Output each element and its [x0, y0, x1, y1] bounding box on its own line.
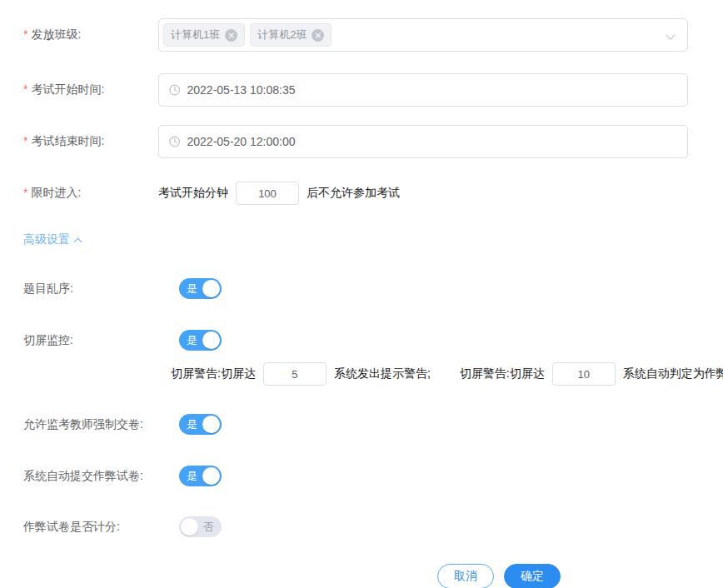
entry-limit-row: *限时进入: 考试开始分钟 后不允许参加考试: [23, 182, 723, 205]
cancel-button[interactable]: 取消: [437, 564, 494, 588]
screen-monitor-switch[interactable]: 是: [179, 330, 222, 351]
class-tag[interactable]: 计算机2班 ×: [250, 23, 332, 47]
entry-limit-label: *限时进入:: [23, 186, 158, 201]
end-time-input[interactable]: [187, 135, 678, 148]
switch-knob: [181, 518, 198, 536]
shuffle-row: 题目乱序: 是: [23, 278, 723, 299]
advanced-settings-label: 高级设置: [23, 232, 70, 247]
circle-x-icon[interactable]: ×: [225, 29, 237, 42]
switch-state-label: 是: [187, 330, 197, 351]
classes-label: *发放班级:: [23, 27, 158, 42]
required-marker: *: [23, 186, 27, 199]
start-time-picker[interactable]: [158, 73, 688, 107]
end-time-row: *考试结束时间:: [23, 125, 723, 158]
start-time-row: *考试开始时间:: [23, 73, 723, 107]
switch-knob: [202, 280, 220, 297]
class-tag-label: 计算机2班: [257, 27, 307, 42]
circle-x-icon[interactable]: ×: [312, 29, 324, 42]
class-tag-label: 计算机1班: [171, 27, 220, 42]
auto-submit-cheat-switch[interactable]: 是: [179, 466, 222, 486]
switch-state-label: 是: [187, 414, 197, 435]
footer-actions: 取消 确定: [437, 564, 723, 588]
warning2-suffix: 系统自动判定为作弊;: [623, 366, 723, 381]
cheat-score-label: 作弊试卷是否计分:: [23, 520, 158, 535]
start-time-input[interactable]: [187, 83, 678, 97]
entry-limit-suffix: 后不允许参加考试: [307, 186, 400, 201]
end-time-label: *考试结束时间:: [23, 134, 158, 149]
warning1-count-input[interactable]: [263, 362, 327, 386]
warning1-suffix: 系统发出提示警告;: [334, 366, 431, 381]
switch-state-label: 否: [203, 516, 214, 537]
entry-limit-minutes-input[interactable]: [236, 182, 299, 205]
auto-submit-cheat-label: 系统自动提交作弊试卷:: [23, 469, 158, 484]
switch-knob: [202, 416, 220, 433]
warning2-prefix: 切屏警告:切屏达: [460, 366, 545, 381]
cheat-score-row: 作弊试卷是否计分: 否: [23, 516, 723, 537]
switch-knob: [202, 467, 220, 485]
confirm-button[interactable]: 确定: [504, 564, 561, 588]
shuffle-switch[interactable]: 是: [179, 278, 222, 299]
warning2-count-input[interactable]: [552, 362, 616, 386]
clock-icon: [169, 84, 181, 96]
auto-submit-cheat-row: 系统自动提交作弊试卷: 是: [23, 466, 723, 486]
screen-monitor-row: 切屏监控: 是: [23, 330, 723, 351]
screen-monitor-label: 切屏监控:: [23, 333, 158, 348]
classes-multiselect[interactable]: 计算机1班 × 计算机2班 ×: [158, 18, 688, 52]
exam-settings-form: *发放班级: 计算机1班 × 计算机2班 × *考试开始时间: *考试结束时间:: [0, 0, 723, 588]
switch-state-label: 是: [187, 466, 197, 486]
force-submit-row: 允许监考教师强制交卷: 是: [23, 414, 723, 435]
required-marker: *: [23, 134, 27, 147]
force-submit-switch[interactable]: 是: [179, 414, 222, 435]
switch-state-label: 是: [187, 278, 197, 299]
advanced-settings-toggle[interactable]: 高级设置: [23, 232, 81, 247]
chevron-up-icon: [74, 238, 82, 247]
shuffle-label: 题目乱序:: [23, 282, 158, 296]
warning1-prefix: 切屏警告:切屏达: [171, 366, 256, 381]
force-submit-label: 允许监考教师强制交卷:: [23, 417, 158, 432]
end-time-picker[interactable]: [158, 125, 688, 158]
class-tag[interactable]: 计算机1班 ×: [163, 23, 245, 47]
chevron-down-icon: [666, 30, 675, 39]
required-marker: *: [23, 82, 27, 96]
screen-warning-row: 切屏警告:切屏达 系统发出提示警告; 切屏警告:切屏达 系统自动判定为作弊;: [171, 362, 723, 386]
required-marker: *: [23, 27, 27, 41]
entry-limit-prefix: 考试开始分钟: [158, 186, 228, 201]
clock-icon: [169, 136, 181, 147]
cheat-score-switch[interactable]: 否: [179, 516, 222, 537]
switch-knob: [202, 331, 220, 349]
classes-row: *发放班级: 计算机1班 × 计算机2班 ×: [23, 18, 723, 52]
start-time-label: *考试开始时间:: [23, 82, 158, 97]
